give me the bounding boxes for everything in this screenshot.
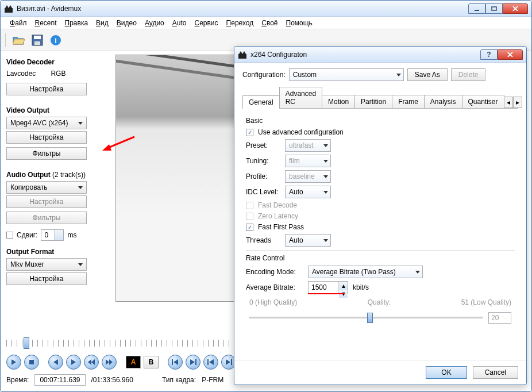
quality-value: 20 [488,312,511,324]
info-icon[interactable]: i [48,33,63,48]
menu-edit[interactable]: Правка [61,18,92,28]
time-label: Время: [6,376,29,384]
tab-analysis[interactable]: Analysis [424,95,462,108]
audio-configure-button[interactable]: Настройка [6,195,87,208]
goto-b-button[interactable] [186,355,201,370]
fast-first-pass-label: Fast First Pass [258,223,304,231]
quality-high-label: 0 (High Quality) [249,298,297,306]
menu-video[interactable]: Видео [113,18,140,28]
svg-rect-14 [231,359,232,365]
next-keyframe-button[interactable] [102,355,117,370]
audio-codec-dropdown[interactable]: Копировать [6,181,87,194]
tuning-label: Tuning: [246,157,280,165]
tabs-scroll-left[interactable]: ◂ [504,97,513,108]
profile-combo: baseline [285,170,331,183]
svg-rect-15 [238,54,246,59]
first-frame-button[interactable] [203,355,218,370]
tabs-scroll-right[interactable]: ▸ [513,97,522,108]
frame-type: P-FRM [202,376,223,384]
svg-rect-4 [34,36,41,39]
svg-text:i: i [55,37,56,45]
mark-b-button[interactable]: B [144,356,159,368]
menu-tools[interactable]: Сервис [191,18,221,28]
modal-help-button[interactable]: ? [480,49,498,60]
shift-label: Сдвиг: [17,231,37,239]
menu-file[interactable]: Файл [6,18,30,28]
output-format-dropdown[interactable]: Mkv Muxer [6,258,87,271]
minimize-button[interactable] [468,3,485,14]
close-button[interactable] [503,3,528,14]
format-configure-button[interactable]: Настройка [6,272,87,285]
tab-general[interactable]: General [242,95,280,109]
goto-a-button[interactable] [168,355,183,370]
threads-combo[interactable]: Auto [285,234,331,247]
menu-help[interactable]: Помощь [283,18,316,28]
tab-quantiser[interactable]: Quantiser [462,95,504,108]
time-current[interactable]: 00:07:11.639 [34,374,85,386]
use-advanced-checkbox[interactable] [246,129,253,136]
fast-first-pass-checkbox[interactable] [246,224,253,231]
zero-latency-label: Zero Latency [258,212,298,220]
quality-label: Quality: [368,298,391,306]
svg-rect-2 [492,7,496,10]
video-codec-dropdown[interactable]: Mpeg4 AVC (x264) [6,117,87,129]
modal-close-button[interactable] [498,49,523,60]
video-filters-button[interactable]: Фильтры [6,147,87,160]
quality-slider: 20 [249,311,511,325]
mark-a-button[interactable]: A [126,356,141,368]
decoder-configure-button[interactable]: Настройка [6,83,87,95]
window-title: Визит.avi - Avidemux [17,5,468,13]
save-as-button[interactable]: Save As [407,68,448,81]
profile-label: Profile: [246,172,280,180]
shift-unit: ms [67,231,76,239]
save-icon[interactable] [30,33,45,48]
prev-keyframe-button[interactable] [84,355,99,370]
audio-output-title: Audio Output (2 track(s)) [6,171,110,179]
x264-config-dialog: x264 Configuraton ? Configuration: Custo… [234,46,527,385]
lavcodec-label: Lavcodec [6,70,36,78]
prev-frame-button[interactable] [48,355,63,370]
svg-rect-13 [207,359,209,365]
video-configure-button[interactable]: Настройка [6,131,87,144]
tab-partition[interactable]: Partition [354,95,392,108]
rgb-label: RGB [51,70,65,78]
menu-go[interactable]: Переход [223,18,257,28]
menu-audio[interactable]: Аудио [141,18,168,28]
fast-decode-label: Fast Decode [258,201,297,209]
idc-combo[interactable]: Auto [285,186,331,198]
menu-view[interactable]: Вид [92,18,112,28]
fast-decode-checkbox [246,202,253,209]
cancel-button[interactable]: Cancel [473,366,518,379]
tabs-row: General Advanced RC Motion Partition Fra… [242,87,518,109]
next-frame-button[interactable] [66,355,81,370]
shift-checkbox[interactable] [6,232,13,239]
tab-advanced-rc[interactable]: Advanced RC [279,87,322,108]
avg-bitrate-input[interactable]: 1500 ▴▾ [308,281,348,294]
audio-filters-button[interactable]: Фильтры [6,212,87,224]
tab-content: Basic Use advanced configuration Preset:… [242,109,518,329]
menu-auto[interactable]: Auto [169,18,190,28]
svg-rect-0 [5,8,13,13]
open-icon[interactable] [11,33,26,48]
frame-type-label: Тип кадра: [162,376,196,384]
tab-motion[interactable]: Motion [322,95,355,108]
modal-titlebar: x264 Configuraton ? [234,47,526,63]
menu-custom[interactable]: Своё [258,18,281,28]
video-decoder-title: Video Decoder [6,58,110,66]
shift-input[interactable]: 0 [41,229,64,241]
encoding-mode-combo[interactable]: Average Bitrate (Two Pass) [308,266,423,278]
modal-title: x264 Configuraton [250,51,480,59]
app-icon [238,50,247,59]
play-button[interactable] [6,355,21,370]
svg-rect-11 [172,359,173,365]
tab-frame[interactable]: Frame [392,95,425,108]
zero-latency-checkbox [246,213,253,220]
stop-button[interactable] [24,355,39,370]
config-combo[interactable]: Custom [289,68,404,81]
menu-recent[interactable]: Recent [32,18,60,28]
preset-label: Preset: [246,141,280,149]
use-advanced-label: Use advanced configuration [258,128,344,136]
svg-rect-12 [195,359,196,365]
maximize-button[interactable] [485,3,503,14]
ok-button[interactable]: OK [426,366,467,379]
